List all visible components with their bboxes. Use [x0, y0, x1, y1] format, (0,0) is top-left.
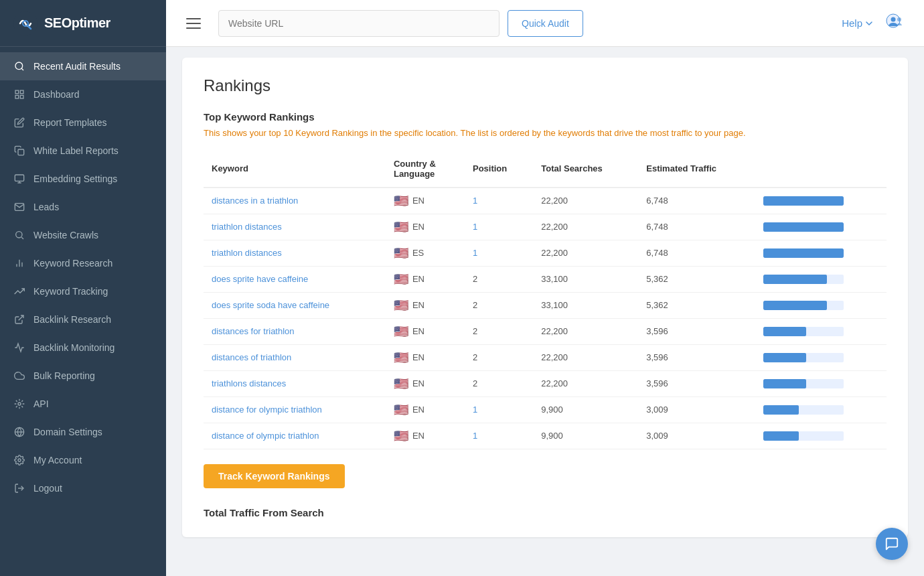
table-row: triathlons distances 🇺🇸 EN 2 22,200 3,59… [204, 370, 887, 397]
sidebar-item-backlink-monitoring[interactable]: Backlink Monitoring [0, 334, 166, 362]
bar-track [763, 275, 844, 284]
keyword-link[interactable]: distance for olympic triathlon [212, 405, 322, 415]
bar-fill [763, 431, 799, 441]
hamburger-line-3 [186, 27, 201, 29]
bar-cell [755, 188, 887, 214]
sidebar-item-leads[interactable]: Leads [0, 193, 166, 221]
sidebar-item-label-website-crawls: Website Crawls [33, 230, 98, 240]
sidebar-nav: Recent Audit Results Dashboard Report Te… [0, 47, 166, 576]
sidebar-item-label-white-label: White Label Reports [33, 145, 119, 156]
language-code: EN [412, 352, 425, 362]
bar-track [763, 327, 844, 336]
keyword-link[interactable]: triathlon distances [212, 248, 282, 258]
language-code: EN [412, 274, 425, 284]
keyword-link[interactable]: distances of triathlon [212, 352, 291, 362]
sidebar-logo: SEOptimer [0, 0, 166, 47]
col-position: Position [465, 153, 533, 188]
topbar-right: Help [842, 11, 908, 35]
sidebar-item-logout[interactable]: Logout [0, 474, 166, 502]
sidebar-item-embedding[interactable]: Embedding Settings [0, 165, 166, 193]
country-cell: 🇺🇸 EN [386, 188, 465, 214]
bar-fill [763, 405, 799, 415]
hamburger-button[interactable] [182, 14, 205, 33]
position-cell: 1 [465, 397, 533, 423]
users-icon [885, 13, 907, 34]
estimated-traffic-cell: 3,596 [638, 318, 755, 344]
sidebar-item-keyword-tracking[interactable]: Keyword Tracking [0, 277, 166, 305]
users-icon-button[interactable] [884, 11, 908, 35]
track-keyword-rankings-button[interactable]: Track Keyword Rankings [204, 464, 345, 488]
svg-line-14 [19, 315, 23, 320]
sidebar-item-label-api: API [33, 399, 49, 409]
help-button[interactable]: Help [842, 17, 873, 29]
mail-icon [13, 201, 25, 213]
svg-rect-6 [20, 95, 23, 98]
flag-icon: 🇺🇸 [394, 326, 408, 338]
sidebar-item-white-label[interactable]: White Label Reports [0, 137, 166, 165]
keyword-link[interactable]: distance of olympic triathlon [212, 431, 319, 441]
sidebar-item-my-account[interactable]: My Account [0, 446, 166, 474]
sidebar-item-label-embedding: Embedding Settings [33, 173, 117, 184]
keyword-link[interactable]: does sprite soda have caffeine [212, 300, 329, 310]
col-estimated-traffic: Estimated Traffic [638, 153, 755, 188]
position-value: 1 [473, 222, 477, 232]
svg-point-18 [18, 459, 21, 461]
sidebar-item-report-templates[interactable]: Report Templates [0, 109, 166, 137]
table-row: distances for triathlon 🇺🇸 EN 2 22,200 3… [204, 318, 887, 344]
sidebar-item-bulk-reporting[interactable]: Bulk Reporting [0, 362, 166, 390]
keyword-link[interactable]: distances for triathlon [212, 326, 295, 336]
bar-cell [755, 266, 887, 292]
flag-icon: 🇺🇸 [394, 430, 408, 442]
position-value: 1 [473, 196, 477, 206]
flag-icon: 🇺🇸 [394, 352, 408, 364]
topbar: Quick Audit Help [166, 0, 924, 47]
sidebar-item-label-report-templates: Report Templates [33, 117, 106, 128]
bar-fill [763, 222, 844, 232]
sidebar-item-backlink-research[interactable]: Backlink Research [0, 305, 166, 334]
file-edit-icon [13, 117, 25, 129]
copy-icon [13, 145, 25, 157]
chevron-down-icon [865, 19, 873, 27]
keyword-link[interactable]: triathlon distances [212, 222, 282, 232]
hamburger-line-1 [186, 18, 201, 19]
sidebar-item-recent-audit[interactable]: Recent Audit Results [0, 52, 166, 80]
quick-audit-button[interactable]: Quick Audit [508, 10, 583, 37]
cloud-icon [13, 370, 25, 382]
position-value: 2 [473, 378, 477, 388]
table-row: does sprite have caffeine 🇺🇸 EN 2 33,100… [204, 266, 887, 292]
total-searches-cell: 22,200 [533, 344, 638, 370]
language-code: EN [412, 300, 425, 310]
bar-cell [755, 214, 887, 240]
table-row: distances in a triathlon 🇺🇸 EN 1 22,200 … [204, 188, 887, 214]
sidebar-item-keyword-research[interactable]: Keyword Research [0, 249, 166, 277]
keyword-cell: triathlon distances [204, 240, 386, 266]
url-input[interactable] [218, 10, 499, 37]
keyword-link[interactable]: does sprite have caffeine [212, 274, 308, 284]
settings-icon [13, 454, 25, 466]
estimated-traffic-cell: 3,009 [638, 423, 755, 449]
position-cell: 1 [465, 188, 533, 214]
keyword-link[interactable]: distances in a triathlon [212, 196, 298, 206]
position-value: 1 [473, 248, 477, 258]
table-row: triathlon distances 🇺🇸 ES 1 22,200 6,748 [204, 240, 887, 266]
bar-fill [763, 275, 827, 284]
sidebar-item-domain-settings[interactable]: Domain Settings [0, 418, 166, 446]
svg-rect-7 [15, 95, 19, 98]
bar-track [763, 405, 844, 415]
chat-bubble-button[interactable] [876, 528, 908, 560]
sidebar-item-label-domain-settings: Domain Settings [33, 427, 102, 437]
total-searches-cell: 22,200 [533, 370, 638, 397]
keyword-link[interactable]: triathlons distances [212, 378, 286, 388]
sidebar-item-dashboard[interactable]: Dashboard [0, 80, 166, 109]
bar-fill [763, 301, 827, 310]
estimated-traffic-cell: 6,748 [638, 188, 755, 214]
position-value: 1 [473, 431, 477, 441]
sidebar-item-api[interactable]: API [0, 390, 166, 418]
svg-rect-4 [15, 90, 19, 94]
position-cell: 1 [465, 214, 533, 240]
rankings-card: Rankings Top Keyword Rankings This shows… [182, 58, 908, 537]
sidebar-item-website-crawls[interactable]: Website Crawls [0, 221, 166, 249]
section-desc: This shows your top 10 Keyword Rankings … [204, 127, 887, 140]
total-searches-cell: 33,100 [533, 266, 638, 292]
language-code: EN [412, 222, 425, 232]
